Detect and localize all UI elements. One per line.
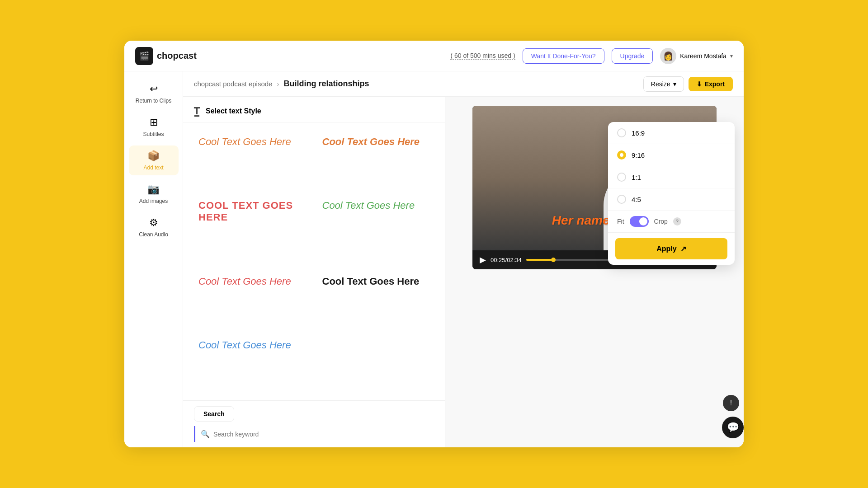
breadcrumb-bar: chopcast podcast episode › Building rela… [183,71,744,97]
radio-4-5 [617,195,626,204]
video-time-current: 00:25 [491,257,505,263]
video-progress-dot [551,258,556,262]
apply-button[interactable]: Apply ↗ [615,238,727,259]
usage-text: ( 60 of 500 mins used ) [450,52,515,60]
sidebar-item-add-text[interactable]: 📦 Add text [129,145,179,175]
resize-dropdown: 16:9 9:16 1:1 [608,122,735,265]
sidebar-item-clean-audio-label: Clean Audio [139,231,168,238]
search-input-row: 🔍 [194,426,434,442]
fit-toggle[interactable] [630,216,649,227]
sidebar-item-subtitles-label: Subtitles [143,131,164,137]
text-style-item-ts4[interactable]: Cool Text Goes Here [194,335,311,391]
crop-label: Crop [654,218,668,225]
fit-label: Fit [617,218,624,225]
text-style-title: Select text Style [206,107,261,115]
play-button[interactable]: ▶ [480,255,486,265]
left-panel: T̲ Select text Style Cool Text Goes Here… [183,97,445,447]
search-tab[interactable]: Search [194,406,234,422]
sidebar-item-clean-audio[interactable]: ⚙ Clean Audio [129,212,179,242]
panels: T̲ Select text Style Cool Text Goes Here… [183,97,744,447]
clean-audio-icon: ⚙ [149,217,158,229]
content-area: chopcast podcast episode › Building rela… [183,71,744,447]
ratio-option-4-5[interactable]: 4:5 [608,188,735,211]
radio-1-1 [617,173,626,182]
add-text-icon: 📦 [147,150,160,162]
cursor-icon: ↗ [680,244,686,253]
text-style-header: T̲ Select text Style [183,97,445,122]
crop-help-icon[interactable]: ? [673,217,681,225]
radio-16-9 [617,128,626,137]
radio-9-16-inner [620,153,623,157]
video-time: 00:25/02:34 [491,257,522,263]
video-time-total: 02:34 [507,257,522,263]
text-style-item-ts1[interactable]: Cool Text Goes Here [194,131,311,188]
breadcrumb-parent: chopcast podcast episode [194,80,272,88]
return-icon: ↩ [150,83,158,95]
sidebar-item-add-images-label: Add images [139,198,168,204]
sidebar-item-add-text-label: Add text [143,164,163,171]
resize-label: Resize [651,80,670,88]
breadcrumb-separator: › [277,80,279,88]
ratio-option-16-9[interactable]: 16:9 [608,122,735,144]
user-area[interactable]: 👩 Kareem Mostafa ▾ [660,48,733,64]
text-style-item-ts5[interactable]: Cool Text Goes Here [318,131,434,188]
subtitles-icon: ⊞ [150,117,158,128]
text-style-sample-ts5: Cool Text Goes Here [322,136,420,147]
ratio-label-16-9: 16:9 [632,129,645,137]
text-style-item-ts2[interactable]: COOL TEXT GOES HERE [194,195,311,263]
add-images-icon: 📷 [147,183,160,195]
notification-button[interactable]: ! [723,395,739,411]
chat-button[interactable]: 💬 [722,417,744,438]
video-progress-fill [526,259,553,261]
fit-crop-row: Fit Crop ? [608,211,735,233]
resize-button[interactable]: Resize ▾ [643,76,684,92]
sidebar-item-subtitles[interactable]: ⊞ Subtitles [129,112,179,142]
breadcrumb-actions: Resize ▾ ⬇ Export [643,76,733,92]
text-style-sample-ts4: Cool Text Goes Here [198,339,291,351]
text-style-item-ts3b[interactable]: Cool Text Goes Here [318,195,434,263]
text-style-item-ts3[interactable]: Cool Text Goes Here [194,271,311,328]
text-style-sample-ts3: Cool Text Goes Here [198,276,291,287]
want-done-button[interactable]: Want It Done-For-You? [523,48,604,64]
top-bar: 🎬 chopcast ( 60 of 500 mins used ) Want … [124,41,744,71]
export-label: Export [705,80,725,88]
logo-icon: 🎬 [135,47,153,65]
breadcrumb-current: Building relationships [283,79,369,89]
logo-area: 🎬 chopcast [135,47,197,65]
text-style-item-ts6[interactable]: Cool Text Goes Here [318,271,434,328]
toggle-thumb [639,217,647,225]
sidebar-item-return[interactable]: ↩ Return to Clips [129,79,179,108]
upgrade-button[interactable]: Upgrade [612,48,653,64]
chevron-down-icon: ▾ [730,53,733,59]
user-name: Kareem Mostafa [680,52,726,60]
ratio-label-9-16: 9:16 [632,151,645,159]
resize-chevron-icon: ▾ [673,80,676,88]
apply-label: Apply [656,245,676,253]
ratio-label-1-1: 1:1 [632,174,641,181]
ratio-option-9-16[interactable]: 9:16 [608,144,735,166]
text-style-sample-ts2: COOL TEXT GOES HERE [198,200,293,223]
export-download-icon: ⬇ [697,80,702,88]
logo-emoji: 🎬 [139,51,149,61]
sidebar: ↩ Return to Clips ⊞ Subtitles 📦 Add text… [124,71,183,447]
main-body: ↩ Return to Clips ⊞ Subtitles 📦 Add text… [124,71,744,447]
text-style-sample-ts6: Cool Text Goes Here [322,276,420,287]
search-icon: 🔍 [201,430,210,438]
text-format-icon: T̲ [194,106,199,117]
app-name: chopcast [157,51,197,61]
search-input[interactable] [213,431,429,438]
search-section: Search 🔍 [183,400,445,447]
text-style-sample-green: Cool Text Goes Here [322,200,415,211]
avatar: 👩 [660,48,676,64]
ratio-label-4-5: 4:5 [632,196,641,203]
ratio-option-1-1[interactable]: 1:1 [608,166,735,188]
text-style-sample-ts1: Cool Text Goes Here [198,136,291,147]
sidebar-item-add-images[interactable]: 📷 Add images [129,179,179,209]
text-styles-grid: Cool Text Goes Here Cool Text Goes Here … [183,122,445,400]
sidebar-item-return-label: Return to Clips [136,98,171,104]
right-panel: Her name was ▶ 00:25/02:34 🔊 [445,97,744,447]
export-button[interactable]: ⬇ Export [689,77,733,91]
radio-9-16 [617,150,626,160]
